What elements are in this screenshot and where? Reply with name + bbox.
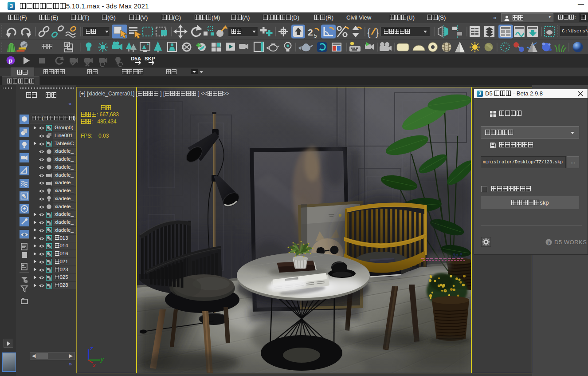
svg-text:z: z bbox=[90, 345, 93, 352]
svg-text:2: 2 bbox=[308, 27, 313, 37]
svg-text:5: 5 bbox=[314, 33, 317, 39]
svg-text:p: p bbox=[548, 240, 550, 245]
svg-text:y: y bbox=[100, 356, 104, 363]
svg-text:{: { bbox=[367, 27, 370, 38]
svg-text:SKP: SKP bbox=[145, 56, 155, 61]
svg-text:D5A: D5A bbox=[131, 56, 141, 61]
svg-text:p: p bbox=[9, 57, 12, 64]
svg-text:x: x bbox=[92, 362, 96, 368]
